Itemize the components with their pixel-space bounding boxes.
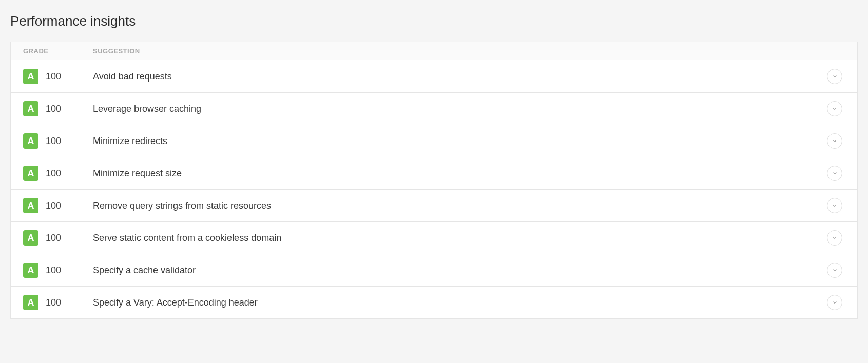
grade-cell: A100: [11, 166, 93, 181]
table-row[interactable]: A100Remove query strings from static res…: [11, 190, 857, 222]
grade-cell: A100: [11, 133, 93, 149]
chevron-down-icon: [832, 170, 838, 176]
expand-cell: [821, 198, 857, 213]
chevron-down-icon: [832, 299, 838, 306]
grade-badge: A: [23, 230, 38, 246]
suggestion-text: Minimize request size: [93, 168, 821, 179]
grade-cell: A100: [11, 230, 93, 246]
expand-cell: [821, 133, 857, 149]
grade-cell: A100: [11, 263, 93, 278]
grade-score: 100: [46, 233, 61, 244]
suggestion-text: Avoid bad requests: [93, 71, 821, 82]
grade-score: 100: [46, 265, 61, 276]
suggestion-text: Specify a Vary: Accept-Encoding header: [93, 297, 821, 308]
expand-button[interactable]: [827, 133, 842, 149]
expand-cell: [821, 230, 857, 246]
grade-score: 100: [46, 297, 61, 308]
expand-cell: [821, 166, 857, 181]
table-row[interactable]: A100Specify a cache validator: [11, 254, 857, 287]
column-header-grade: GRADE: [11, 47, 93, 55]
table-row[interactable]: A100Leverage browser caching: [11, 93, 857, 125]
grade-badge: A: [23, 263, 38, 278]
expand-button[interactable]: [827, 69, 842, 84]
table-row[interactable]: A100Serve static content from a cookiele…: [11, 222, 857, 254]
table-row[interactable]: A100Minimize request size: [11, 157, 857, 190]
expand-button[interactable]: [827, 198, 842, 213]
grade-badge: A: [23, 166, 38, 181]
suggestion-text: Specify a cache validator: [93, 265, 821, 276]
suggestion-text: Remove query strings from static resourc…: [93, 200, 821, 211]
expand-button[interactable]: [827, 295, 842, 310]
table-row[interactable]: A100Specify a Vary: Accept-Encoding head…: [11, 287, 857, 318]
chevron-down-icon: [832, 106, 838, 112]
suggestion-text: Minimize redirects: [93, 136, 821, 147]
expand-cell: [821, 101, 857, 116]
grade-badge: A: [23, 295, 38, 310]
chevron-down-icon: [832, 138, 838, 144]
expand-cell: [821, 263, 857, 278]
expand-button[interactable]: [827, 230, 842, 246]
table-header-row: GRADE SUGGESTION: [11, 42, 857, 60]
chevron-down-icon: [832, 73, 838, 79]
page-title: Performance insights: [10, 13, 858, 29]
grade-score: 100: [46, 168, 61, 179]
suggestion-text: Leverage browser caching: [93, 104, 821, 114]
grade-badge: A: [23, 133, 38, 149]
table-row[interactable]: A100Minimize redirects: [11, 125, 857, 157]
grade-score: 100: [46, 71, 61, 82]
expand-button[interactable]: [827, 263, 842, 278]
grade-cell: A100: [11, 101, 93, 116]
expand-button[interactable]: [827, 101, 842, 116]
grade-score: 100: [46, 200, 61, 211]
insights-table: GRADE SUGGESTION A100Avoid bad requestsA…: [10, 42, 858, 319]
grade-cell: A100: [11, 198, 93, 213]
grade-score: 100: [46, 136, 61, 147]
column-header-suggestion: SUGGESTION: [93, 47, 857, 55]
grade-badge: A: [23, 69, 38, 84]
chevron-down-icon: [832, 235, 838, 241]
table-row[interactable]: A100Avoid bad requests: [11, 60, 857, 93]
chevron-down-icon: [832, 203, 838, 209]
grade-cell: A100: [11, 295, 93, 310]
expand-button[interactable]: [827, 166, 842, 181]
grade-badge: A: [23, 101, 38, 116]
grade-cell: A100: [11, 69, 93, 84]
suggestion-text: Serve static content from a cookieless d…: [93, 233, 821, 244]
chevron-down-icon: [832, 267, 838, 273]
expand-cell: [821, 295, 857, 310]
expand-cell: [821, 69, 857, 84]
grade-badge: A: [23, 198, 38, 213]
grade-score: 100: [46, 104, 61, 114]
